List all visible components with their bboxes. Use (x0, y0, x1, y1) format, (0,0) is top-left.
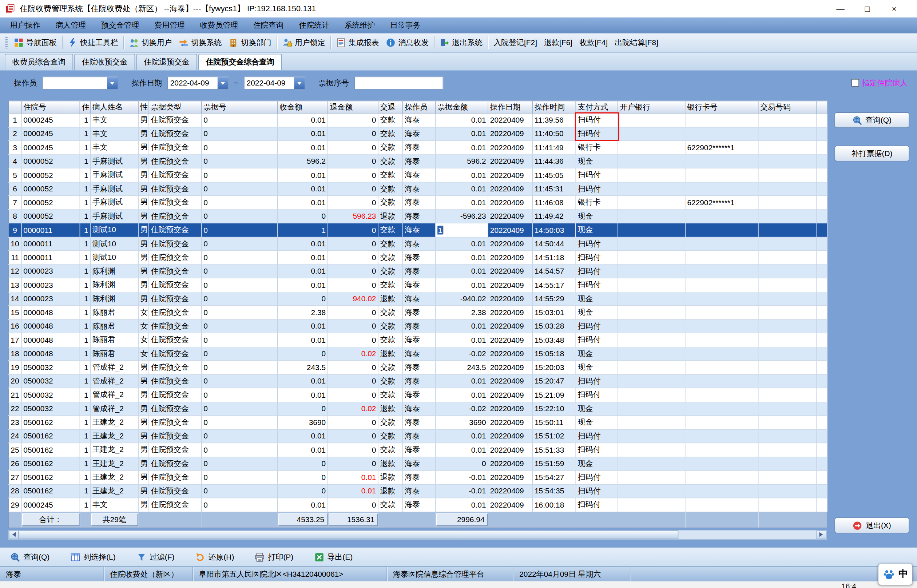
table-row[interactable]: 600000521手麻测试男住院预交金00.010交款海泰0.012022040… (8, 182, 827, 196)
table-row[interactable]: 2305001621王建龙_2男住院预交金036900交款海泰369020220… (8, 415, 827, 430)
column-header[interactable] (817, 101, 827, 113)
table-row[interactable]: 2705001621王建龙_2男住院预交金000.01退款海泰-0.012022… (8, 470, 827, 484)
column-header[interactable]: 住 (80, 101, 90, 113)
table-row[interactable]: 1800000481陈丽君女住院预交金000.02退款海泰-0.02202204… (8, 347, 827, 360)
column-header[interactable]: 性 (138, 101, 149, 113)
scrollbar-thumb[interactable] (19, 530, 678, 539)
menu-item[interactable]: 费用管理 (147, 18, 192, 33)
bottom-toolbar-button[interactable]: 过滤(F) (137, 552, 175, 562)
receipt-input[interactable] (354, 76, 443, 89)
reprint-receipt-button[interactable]: 补打票据(D) (835, 145, 909, 161)
menu-item[interactable]: 日常事务 (383, 18, 428, 33)
table-row[interactable]: 2505001621王建龙_2男住院预交金00.010交款海泰0.0120220… (8, 443, 827, 457)
table-row[interactable]: 900000111测试10男住院预交金010交款海泰12022040914:50… (8, 223, 827, 237)
toolbar-button[interactable]: 退款[F6] (541, 36, 576, 50)
column-header[interactable]: 住院号 (21, 101, 80, 113)
table-row[interactable]: 1000000111测试10男住院预交金00.010交款海泰0.01202204… (8, 237, 827, 251)
column-header[interactable]: 开户银行 (618, 101, 685, 113)
operator-combobox[interactable] (42, 76, 118, 89)
menu-item[interactable]: 住院统计 (291, 18, 337, 33)
toolbar-button[interactable]: 切换用户 (126, 36, 176, 50)
exit-button[interactable]: 退出(X) (835, 517, 909, 533)
chevron-down-icon[interactable] (107, 77, 118, 89)
menu-item[interactable]: 住院查询 (245, 18, 291, 33)
toolbar-button[interactable]: 消息收发 (383, 36, 432, 50)
toolbar-button[interactable]: 收款[F4] (576, 36, 611, 50)
table-row[interactable]: 400000521手麻测试男住院预交金0596.20交款海泰596.220220… (8, 154, 827, 168)
table-row[interactable]: 2605001621王建龙_2男住院预交金000退款海泰02022040915:… (8, 457, 827, 470)
ime-panel[interactable]: 中 (878, 563, 912, 584)
table-row[interactable]: 200002451丰文男住院预交金00.010交款海泰0.01202204091… (8, 127, 827, 141)
toolbar-button[interactable]: 快捷工具栏 (65, 36, 121, 50)
maximize-button[interactable]: □ (854, 4, 881, 13)
toolbar-button[interactable]: 导航面板 (11, 36, 60, 50)
column-header[interactable]: 票据类型 (149, 101, 202, 113)
chevron-down-icon[interactable] (218, 77, 228, 89)
column-header[interactable]: 交易号码 (758, 101, 817, 113)
table-row[interactable]: 700000521手麻测试男住院预交金00.010交款海泰0.012022040… (8, 196, 827, 210)
column-header[interactable]: 操作时间 (532, 101, 576, 113)
minimize-button[interactable]: — (827, 4, 854, 13)
table-row[interactable]: 1500000481陈丽君女住院预交金02.380交款海泰2.382022040… (8, 305, 827, 320)
table-row[interactable]: 2205000321管成祥_2男住院预交金000.02退款海泰-0.022022… (8, 402, 827, 415)
bottom-toolbar-button[interactable]: 查询(Q) (11, 552, 50, 562)
menu-item[interactable]: 预交金管理 (94, 18, 147, 33)
menu-item[interactable]: 系统维护 (337, 18, 383, 33)
column-header[interactable]: 收金额 (278, 101, 328, 113)
date-to-combobox[interactable]: 2022-04-09 (244, 76, 305, 89)
table-row[interactable]: 100002451丰文男住院预交金00.010交款海泰0.01202204091… (8, 113, 827, 127)
scroll-right-arrow[interactable] (817, 530, 827, 539)
bottom-toolbar-button[interactable]: 打印(P) (255, 552, 293, 562)
table-row[interactable]: 2900002451丰文男住院预交金00.010交款海泰0.0120220409… (8, 498, 827, 512)
toolbar-button[interactable]: 入院登记[F2] (490, 36, 541, 50)
column-header[interactable] (8, 101, 21, 113)
query-button[interactable]: 查询(Q) (835, 112, 909, 128)
chevron-down-icon[interactable] (294, 77, 305, 89)
toolbar-button[interactable]: 出院结算[F8] (611, 36, 662, 50)
inpatient-checkbox-label[interactable]: 指定住院病人 (862, 78, 907, 88)
toolbar-button[interactable]: 退出系统 (436, 36, 486, 50)
column-header[interactable]: 操作员 (403, 101, 436, 113)
column-header[interactable]: 银行卡号 (685, 101, 758, 113)
date-from-combobox[interactable]: 2022-04-09 (167, 76, 229, 89)
close-button[interactable]: × (881, 4, 907, 13)
column-header[interactable]: 支付方式 (576, 101, 618, 113)
menu-item[interactable]: 用户操作 (2, 18, 48, 33)
table-row[interactable]: 1700000481陈丽君女住院预交金00.010交款海泰0.012022040… (8, 333, 827, 347)
column-header[interactable]: 票据号 (202, 101, 278, 113)
column-header[interactable]: 病人姓名 (90, 101, 138, 113)
menu-item[interactable]: 收费员管理 (192, 18, 245, 33)
edit-cell-value[interactable]: 1 (438, 226, 443, 234)
column-header[interactable]: 操作日期 (488, 101, 532, 113)
table-row[interactable]: 500000521手麻测试男住院预交金00.010交款海泰0.012022040… (8, 168, 827, 182)
table-row[interactable]: 1200000231陈利渊男住院预交金00.010交款海泰0.012022040… (8, 264, 827, 278)
table-row[interactable]: 1400000231陈利渊男住院预交金00940.02退款海泰-940.0220… (8, 292, 827, 305)
tab[interactable]: 住院预交金综合查询 (198, 54, 282, 70)
scroll-left-arrow[interactable] (9, 530, 19, 539)
table-row[interactable]: 2005000321管成祥_2男住院预交金00.010交款海泰0.0120220… (8, 375, 827, 388)
inpatient-checkbox[interactable] (851, 79, 859, 87)
menu-item[interactable]: 病人管理 (48, 18, 94, 33)
toolbar-button[interactable]: 集成报表 (333, 36, 383, 50)
tab[interactable]: 住院退预交金 (136, 54, 197, 70)
toolbar-button[interactable]: 切换部门 (225, 36, 275, 50)
table-row[interactable]: 1905000321管成祥_2男住院预交金0243.50交款海泰243.5202… (8, 360, 827, 375)
table-row[interactable]: 1300000231陈利渊男住院预交金00.010交款海泰0.012022040… (8, 278, 827, 292)
table-row[interactable]: 2405001621王建龙_2男住院预交金00.010交款海泰0.0120220… (8, 430, 827, 443)
table-row[interactable]: 1600000481陈丽君女住院预交金00.010交款海泰0.012022040… (8, 319, 827, 333)
toolbar-button[interactable]: 切换系统 (175, 36, 225, 50)
table-row[interactable]: 2805001621王建龙_2男住院预交金000.01退款海泰-0.012022… (8, 484, 827, 498)
column-header[interactable]: 票据金额 (436, 101, 488, 113)
table-row[interactable]: 1100000111测试10男住院预交金00.010交款海泰0.01202204… (8, 251, 827, 265)
toolbar-button[interactable]: 用户锁定 (279, 36, 329, 50)
column-header[interactable]: 交退 (378, 101, 402, 113)
bottom-toolbar-button[interactable]: 导出(E) (315, 552, 353, 562)
table-row[interactable]: 800000521手麻测试男住院预交金00596.23退款海泰-596.2320… (8, 209, 827, 223)
table-row[interactable]: 300002451丰文男住院预交金00.010交款海泰0.01202204091… (8, 141, 827, 155)
tab[interactable]: 收费员综合查询 (5, 54, 73, 70)
tab[interactable]: 住院收预交金 (74, 54, 135, 70)
bottom-toolbar-button[interactable]: 还原(H) (195, 552, 234, 562)
bottom-toolbar-button[interactable]: 列选择(L) (71, 552, 116, 562)
column-header[interactable]: 退金额 (328, 101, 378, 113)
table-row[interactable]: 2105000321管成祥_2男住院预交金00.010交款海泰0.0120220… (8, 388, 827, 402)
